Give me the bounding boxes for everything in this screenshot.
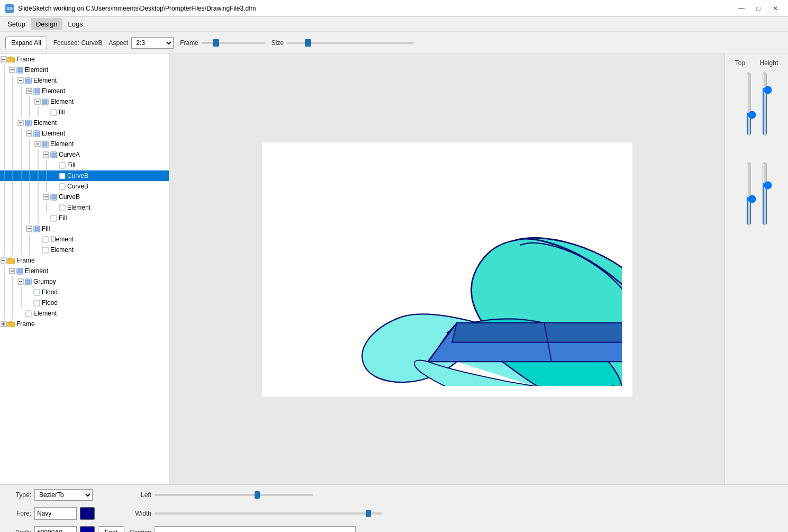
tree-node-12[interactable]: CurveB [0,170,169,181]
tree-expander-2[interactable] [8,66,16,74]
menu-setup[interactable]: Setup [2,18,31,30]
tree-icon-18 [41,236,49,243]
tree-node-25[interactable]: Element [0,308,169,319]
svg-rect-34 [51,110,57,115]
top-label: Top [735,59,745,67]
tree-node-2[interactable]: Element [0,65,169,75]
tree-node-14[interactable]: CurveB [0,192,169,202]
tree-icon-16 [50,214,57,222]
fore-input[interactable] [34,507,77,520]
tree-node-8[interactable]: Element [0,128,169,139]
tree-node-23[interactable]: Flood [0,287,169,297]
tree-expander-26[interactable] [0,320,7,328]
tree-label-2: Element [25,66,48,74]
tree-node-5[interactable]: Element [0,96,169,107]
svg-marker-155 [452,322,622,342]
tree-node-24[interactable]: Flood [0,297,169,308]
tree-node-20[interactable]: Frame [0,255,169,266]
tree-expander-7[interactable] [17,119,24,127]
width-slider[interactable] [155,512,382,515]
aspect-select[interactable]: 2:3 4:3 16:9 1:1 [131,37,174,49]
tree-expander-6 [42,109,50,116]
type-select[interactable]: BezierTo LineTo MoveTo Arc [34,489,93,501]
tree-expander-10[interactable] [42,151,50,158]
tree-expander-20[interactable] [0,257,7,264]
tree-node-21[interactable]: Element [0,266,169,276]
svg-rect-71 [59,163,65,168]
tree-node-6[interactable]: fill [0,107,169,118]
left-slider[interactable] [155,494,313,496]
tree-node-15[interactable]: Element [0,202,169,213]
back-label: Back: [7,529,31,532]
minimize-button[interactable]: — [734,3,749,14]
tree-node-1[interactable]: Frame [0,54,169,65]
tree-expander-17[interactable] [25,225,33,232]
tree-label-20: Frame [16,257,35,264]
svg-rect-142 [34,290,40,295]
tree-label-8: Element [42,130,65,137]
svg-rect-138 [26,280,30,284]
tree-node-11[interactable]: Fill [0,160,169,170]
menu-logs[interactable]: Logs [62,18,88,30]
svg-rect-64 [52,153,56,157]
right-vslider[interactable] [759,162,770,226]
size-slider[interactable] [287,42,414,44]
tree-node-22[interactable]: Grumpy [0,276,169,287]
tree-icon-3 [24,77,32,84]
tree-label-16: Fill [59,214,67,222]
font-button[interactable]: Font [98,526,124,532]
svg-rect-20 [35,89,39,93]
tree-label-24: Flood [42,299,58,306]
tree-expander-3[interactable] [17,77,24,84]
tree-expander-22[interactable] [17,278,24,285]
frame-slider[interactable] [202,42,265,44]
tree-node-16[interactable]: Fill [0,213,169,223]
caption-input[interactable] [155,526,356,532]
tree-node-10[interactable]: CurveA [0,149,169,160]
right-panel: Top Height [724,54,788,484]
tree-node-4[interactable]: Element [0,86,169,96]
svg-rect-85 [59,184,65,190]
tree-expander-1[interactable] [0,56,7,63]
back-input[interactable] [34,526,77,532]
menu-design[interactable]: Design [31,18,62,30]
top-slider[interactable] [744,72,754,136]
tree-label-26: Frame [16,320,35,328]
svg-rect-114 [35,227,39,231]
tree-icon-26 [7,320,15,328]
tree-node-17[interactable]: Fill [0,223,169,234]
tree-expander-9[interactable] [34,140,41,148]
tree-expander-4[interactable] [25,87,33,95]
fore-color-swatch[interactable] [80,507,95,520]
svg-rect-2 [7,58,15,62]
svg-rect-94 [52,195,56,199]
tree-node-7[interactable]: Element [0,118,169,128]
tree-expander-8[interactable] [25,130,33,137]
top-slider-wrap [744,72,754,141]
tree-node-3[interactable]: Element [0,75,169,86]
bottom-panel: Type: BezierTo LineTo MoveTo Arc Left Fo… [0,484,788,532]
svg-rect-101 [59,205,65,211]
tree-expander-24 [25,299,33,306]
tree-node-19[interactable]: Element [0,245,169,255]
tree-icon-22 [24,278,32,285]
maximize-button[interactable]: □ [751,3,766,14]
fore-label: Fore: [7,510,31,517]
tree-node-26[interactable]: Frame [0,319,169,329]
tree-node-18[interactable]: Element [0,234,169,245]
tree-expander-14[interactable] [42,193,50,201]
height-slider[interactable] [759,72,770,136]
expand-all-button[interactable]: Expand All [5,37,47,49]
tree-node-9[interactable]: Element [0,139,169,149]
back-color-swatch[interactable] [80,526,95,532]
left-vslider[interactable] [744,162,754,226]
vertical-sliders-top [744,72,770,141]
tree-scroll[interactable]: FrameElementElementElementElementfillEle… [0,54,169,484]
close-button[interactable]: ✕ [768,3,783,14]
tree-icon-4 [33,87,40,95]
tree-expander-5[interactable] [34,98,41,105]
toolbar: Expand All Focused: CurveB Aspect 2:3 4:… [0,32,788,54]
tree-expander-21[interactable] [8,267,16,275]
svg-rect-127 [7,259,15,264]
tree-node-13[interactable]: CurveB [0,181,169,192]
